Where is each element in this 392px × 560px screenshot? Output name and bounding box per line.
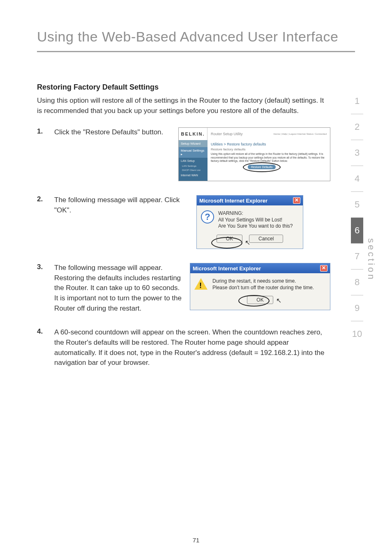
- step-text: The following message will appear. Click…: [54, 195, 188, 249]
- ok-button[interactable]: OK: [217, 235, 242, 243]
- subheading: Restoring Factory Default Settings: [37, 83, 330, 92]
- sidebar-item-internet-wan: Internet WAN: [179, 172, 208, 178]
- step-number: 3.: [37, 263, 54, 271]
- question-icon: ?: [201, 210, 214, 224]
- page-title: Using the Web-Based Advanced User Interf…: [0, 0, 392, 49]
- cancel-button[interactable]: Cancel: [249, 235, 283, 243]
- section-nav-item[interactable]: 3: [351, 140, 363, 166]
- restore-defaults-button[interactable]: Restore Defaults: [248, 165, 276, 169]
- step-2: 2. The following message will appear. Cl…: [37, 195, 330, 249]
- section-nav: 1 2 3 4 5 6 7 8 9 10: [351, 88, 363, 347]
- ok-button[interactable]: OK: [247, 296, 273, 304]
- section-nav-item-active[interactable]: 6: [351, 218, 363, 244]
- belkin-main-panel: Utilities > Restore factory defaults Res…: [208, 140, 330, 181]
- dialog-title: Microsoft Internet Explorer: [199, 198, 267, 204]
- step-number: 2.: [37, 195, 54, 203]
- belkin-sidebar: Setup Wizard Manual Settings ▸ LAN Setup…: [179, 140, 208, 181]
- section-nav-item[interactable]: 9: [351, 295, 363, 321]
- router-utility-title: Router Setup Utility: [211, 132, 243, 136]
- step-1: 1. Click the "Restore Defaults" button. …: [37, 127, 330, 181]
- close-icon[interactable]: ✕: [293, 197, 300, 204]
- section-nav-item[interactable]: 7: [351, 244, 363, 270]
- step-text: Click the "Restore Defaults" button.: [54, 127, 170, 181]
- panel-subtitle: Restore factory defaults: [211, 147, 327, 151]
- step-number: 4.: [37, 327, 54, 336]
- router-header-links: Home | Help | Logout Internet Status: Co…: [273, 133, 327, 135]
- cursor-icon: ↖: [245, 239, 250, 247]
- dialog-line: Are You Sure You want to do this?: [218, 223, 293, 230]
- dialog-line: Please don't turn off the router during …: [212, 285, 314, 291]
- content-area: Restoring Factory Default Settings Using…: [0, 52, 392, 368]
- dialog-line: All Your Settings Will be Lost!: [218, 217, 293, 224]
- sidebar-item-setup-wizard[interactable]: Setup Wizard: [179, 140, 208, 147]
- intro-paragraph: Using this option will restore all of th…: [37, 96, 330, 116]
- dialog-message: During the restart, it needs some time. …: [212, 278, 314, 291]
- step-4: 4. A 60-second countdown will appear on …: [37, 327, 330, 368]
- dialog-message: WARNING: All Your Settings Will be Lost!…: [218, 210, 293, 230]
- section-nav-item[interactable]: 4: [351, 166, 363, 192]
- dialog-line: During the restart, it needs some time.: [212, 278, 314, 285]
- section-nav-item[interactable]: 5: [351, 192, 363, 218]
- belkin-screenshot: BELKIN. Router Setup Utility Home | Help…: [178, 127, 330, 181]
- step-text: A 60-second countdown will appear on the…: [54, 327, 330, 368]
- close-icon[interactable]: ✕: [320, 265, 327, 272]
- sidebar-item-lan-setup: LAN Setup: [179, 158, 208, 164]
- page-number: 71: [0, 537, 392, 544]
- step-3: 3. The following message will appear. Re…: [37, 263, 330, 313]
- sidebar-item-lan-settings[interactable]: LAN Settings: [179, 164, 208, 168]
- section-nav-item[interactable]: 8: [351, 270, 363, 295]
- panel-description: Using this option will restore all of th…: [211, 152, 327, 163]
- sidebar-item-dhcp[interactable]: DHCP Client List: [179, 168, 208, 172]
- step-text: The following message will appear. Resto…: [54, 263, 182, 313]
- ie-dialog-restart: Microsoft Internet Explorer ✕ ! During t…: [190, 263, 330, 310]
- sidebar-item-manual-settings[interactable]: Manual Settings ▸: [179, 147, 208, 158]
- step-number: 1.: [37, 127, 54, 136]
- section-nav-item[interactable]: 2: [351, 114, 363, 140]
- cursor-icon: ↖: [276, 297, 281, 304]
- section-nav-item[interactable]: 10: [351, 321, 363, 347]
- section-label: section: [366, 238, 376, 281]
- belkin-logo: BELKIN.: [179, 128, 208, 140]
- panel-breadcrumb: Utilities > Restore factory defaults: [211, 142, 327, 146]
- section-nav-item[interactable]: 1: [351, 88, 363, 114]
- dialog-title: Microsoft Internet Explorer: [193, 265, 261, 272]
- dialog-line: WARNING:: [218, 210, 293, 217]
